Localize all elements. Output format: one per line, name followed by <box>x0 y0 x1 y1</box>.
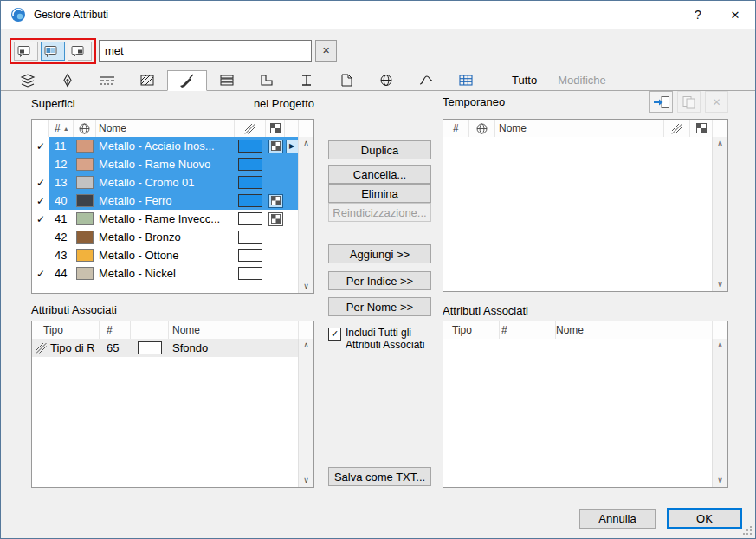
tab-profili[interactable] <box>247 70 287 90</box>
globe-icon <box>476 123 488 134</box>
tab-superfici[interactable] <box>167 70 207 91</box>
row-check[interactable]: ✓ <box>32 173 49 192</box>
table-row[interactable]: ✓ 44 Metallo - Nickel <box>32 264 299 282</box>
per-nome-button[interactable]: Per Nome >> <box>328 297 431 316</box>
table-row[interactable]: 12 Metallo - Rame Nuovo <box>32 155 299 173</box>
row-check[interactable]: ✓ <box>32 192 49 210</box>
associated-attribute-row[interactable]: Tipo di R 65 Sfondo <box>32 339 299 357</box>
surface-color-box[interactable] <box>238 140 262 153</box>
column-tipo: Tipo <box>32 321 100 339</box>
scroll-up-icon[interactable]: ∧ <box>299 137 313 150</box>
salva-txt-button[interactable]: Salva come TXT... <box>328 467 431 486</box>
scroll-down-icon[interactable]: ∨ <box>299 474 313 487</box>
row-check[interactable]: ✓ <box>32 264 49 282</box>
column-name[interactable]: Nome <box>96 120 235 137</box>
row-check[interactable]: ✓ <box>32 210 49 228</box>
vertical-scrollbar[interactable]: ∧ ∨ <box>712 339 727 487</box>
composites-icon <box>217 73 236 88</box>
tab-stratigrafie[interactable] <box>207 70 247 90</box>
aggiungi-button[interactable]: Aggiungi >> <box>328 244 431 263</box>
import-attributes-button[interactable] <box>649 91 673 113</box>
temporary-toolbar: ✕ <box>649 91 728 113</box>
color-box-cell <box>235 264 266 282</box>
scroll-down-icon[interactable]: ∨ <box>713 278 727 291</box>
table-row[interactable]: ✓ 41 Metallo - Rame Invecc... <box>32 210 299 228</box>
surface-color-swatch <box>76 194 94 207</box>
tab-tutto[interactable]: Tutto <box>501 70 547 90</box>
surface-color-box[interactable] <box>238 231 262 244</box>
column-number[interactable]: #▲ <box>49 120 74 137</box>
close-button[interactable]: ✕ <box>715 1 755 29</box>
temporary-table: # Nome ∧ ∨ <box>443 119 728 292</box>
show-temporary-pane-button[interactable] <box>68 42 92 61</box>
texture-button[interactable] <box>268 194 283 208</box>
table-row[interactable]: ✓ 40 Metallo - Ferro <box>32 192 299 210</box>
column-fill-type[interactable] <box>235 120 266 137</box>
expand-row-button[interactable]: ▶ <box>286 140 299 153</box>
texture-cell <box>266 137 285 155</box>
texture-button[interactable] <box>268 212 283 226</box>
surface-color-box[interactable] <box>238 176 262 189</box>
table-row[interactable]: ✓ 13 Metallo - Cromo 01 <box>32 173 299 192</box>
attribute-number: 65 <box>100 339 131 357</box>
ok-button[interactable]: OK <box>667 508 742 529</box>
clear-search-button[interactable]: ✕ <box>315 40 337 62</box>
checkbox[interactable]: ✓ <box>328 328 341 341</box>
more-cell: ▶ <box>285 137 299 155</box>
search-input[interactable] <box>99 40 312 62</box>
tab-penne[interactable] <box>48 70 87 90</box>
resize-grip[interactable] <box>741 524 753 536</box>
tab-categorie-zona[interactable] <box>287 70 326 90</box>
include-associated-checkbox-row[interactable]: ✓ Includi Tutti gli Attributi Associati <box>328 327 433 351</box>
scroll-down-icon[interactable]: ∨ <box>713 474 727 487</box>
row-check[interactable]: ✓ <box>32 137 49 155</box>
tab-tipi-linea[interactable] <box>87 70 127 90</box>
scroll-up-icon[interactable]: ∧ <box>299 339 313 352</box>
vertical-scrollbar[interactable]: ∧ ∨ <box>298 339 313 487</box>
surface-color-box[interactable] <box>238 249 262 262</box>
tab-citta[interactable] <box>366 70 406 90</box>
row-name: Metallo - Ferro <box>96 192 235 210</box>
table-row[interactable]: ✓ 11 Metallo - Acciaio Inos... ▶ <box>32 137 299 155</box>
table-row[interactable]: 43 Metallo - Ottone <box>32 246 299 264</box>
row-check[interactable] <box>32 155 49 173</box>
duplica-button[interactable]: Duplica <box>328 140 431 159</box>
row-name: Metallo - Rame Invecc... <box>96 210 235 228</box>
tab-retini[interactable] <box>127 70 167 90</box>
elimina-button[interactable]: Elimina <box>328 184 431 203</box>
tab-sistemi-mep[interactable] <box>446 70 486 90</box>
surface-color-box[interactable] <box>238 267 262 280</box>
column-globe[interactable] <box>74 120 96 137</box>
vertical-scrollbar[interactable]: ∧ ∨ <box>298 137 313 293</box>
show-both-panes-button[interactable] <box>41 42 65 61</box>
cancella-button[interactable]: Cancella... <box>328 165 431 184</box>
scroll-up-icon[interactable]: ∧ <box>713 137 727 150</box>
column-name: Nome <box>169 321 299 339</box>
surface-color-box[interactable] <box>238 158 262 171</box>
scroll-down-icon[interactable]: ∨ <box>299 280 313 293</box>
tab-lucidi[interactable] <box>8 70 48 90</box>
color-box-cell <box>235 155 266 173</box>
annulla-button[interactable]: Annulla <box>579 509 656 529</box>
per-indice-button[interactable]: Per Indice >> <box>328 271 431 290</box>
scroll-up-icon[interactable]: ∧ <box>713 339 727 352</box>
surface-color-box[interactable] <box>238 194 262 207</box>
tab-profili-operativi[interactable] <box>406 70 446 90</box>
vertical-scrollbar[interactable]: ∧ ∨ <box>712 137 727 291</box>
texture-button[interactable] <box>268 140 283 153</box>
help-button[interactable]: ? <box>681 1 715 29</box>
surface-color-box[interactable] <box>238 212 262 225</box>
pen-icon <box>58 73 77 88</box>
tab-stili-markup[interactable] <box>326 70 366 90</box>
row-check[interactable] <box>32 246 49 264</box>
show-project-pane-button[interactable] <box>14 42 38 61</box>
table-row[interactable]: 42 Metallo - Bronzo <box>32 228 299 246</box>
color-box-cell <box>131 339 169 357</box>
left-panel-title: Superfici <box>31 97 75 110</box>
tab-modifiche: Modifiche <box>547 70 617 90</box>
left-panel-header: Superfici nel Progetto <box>31 97 314 110</box>
row-check[interactable] <box>32 228 49 246</box>
column-texture[interactable] <box>266 120 285 137</box>
column-name: Nome <box>495 120 664 137</box>
row-number: 43 <box>49 246 74 264</box>
